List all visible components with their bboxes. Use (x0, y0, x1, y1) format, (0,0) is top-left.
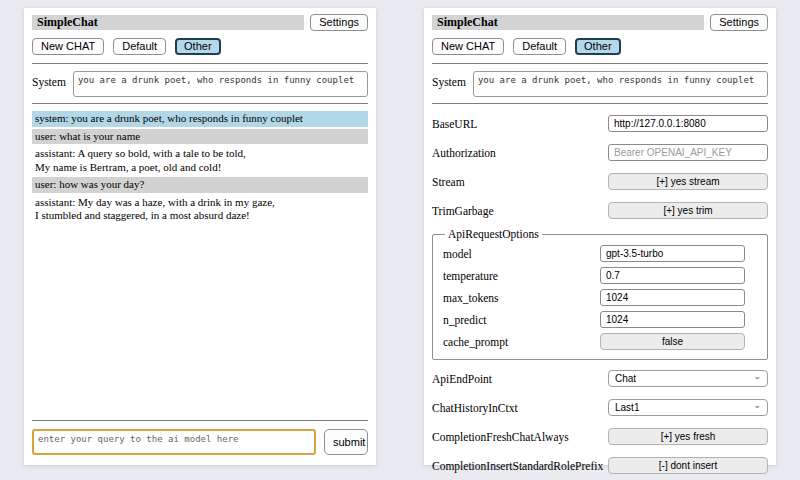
setting-label: Stream (432, 176, 465, 188)
setting-row-max-tokens: max_tokens (443, 289, 745, 306)
settings-button[interactable]: Settings (310, 14, 368, 31)
divider (32, 103, 368, 104)
submit-button[interactable]: submit (324, 429, 368, 455)
setting-label: n_predict (443, 314, 486, 326)
session-default-button[interactable]: Default (513, 38, 566, 55)
stream-toggle-button[interactable]: [+] yes stream (608, 173, 768, 190)
chat-header: SimpleChat Settings (32, 14, 368, 31)
system-prompt-input[interactable]: you are a drunk poet, who responds in fu… (73, 71, 368, 97)
settings-panel: SimpleChat Settings New CHAT Default Oth… (424, 8, 776, 465)
system-prompt-row: System you are a drunk poet, who respond… (32, 71, 368, 97)
temperature-input[interactable] (600, 267, 745, 284)
setting-row-temperature: temperature (443, 267, 745, 284)
system-prompt-input[interactable]: you are a drunk poet, who responds in fu… (473, 71, 768, 97)
chat-panel: SimpleChat Settings New CHAT Default Oth… (24, 8, 376, 465)
system-label: System (32, 71, 66, 88)
api-endpoint-select[interactable]: Chat ⌄ (608, 370, 768, 387)
settings-header: SimpleChat Settings (432, 14, 768, 31)
chat-message-assistant: assistant: My day was a haze, with a dri… (32, 195, 368, 224)
setting-label: ApiEndPoint (432, 373, 492, 385)
query-row: submit (32, 429, 368, 455)
session-row: New CHAT Default Other (32, 38, 368, 55)
setting-row-baseurl: BaseURL (432, 115, 768, 132)
setting-row-api-endpoint: ApiEndPoint Chat ⌄ (432, 370, 768, 387)
completion-fresh-chat-always-toggle-button[interactable]: [+] yes fresh (608, 428, 768, 445)
setting-row-completion-insert-standard-role-prefix: CompletionInsertStandardRolePrefix [-] d… (432, 457, 768, 474)
settings-button[interactable]: Settings (710, 14, 768, 31)
setting-label: CompletionInsertStandardRolePrefix (432, 460, 603, 472)
system-label: System (432, 71, 466, 88)
n-predict-input[interactable] (600, 311, 745, 328)
setting-row-cache-prompt: cache_prompt false (443, 333, 745, 350)
divider (432, 63, 768, 64)
page: SimpleChat Settings New CHAT Default Oth… (0, 0, 800, 473)
setting-row-trimgarbage: TrimGarbage [+] yes trim (432, 202, 768, 219)
setting-label: TrimGarbage (432, 205, 494, 217)
setting-label: max_tokens (443, 292, 499, 304)
chat-message-system: system: you are a drunk poet, who respon… (32, 111, 368, 127)
setting-row-authorization: Authorization (432, 144, 768, 161)
chevron-down-icon: ⌄ (753, 372, 761, 381)
session-other-button[interactable]: Other (175, 38, 221, 55)
setting-row-completion-fresh-chat-always: CompletionFreshChatAlways [+] yes fresh (432, 428, 768, 445)
session-other-button[interactable]: Other (575, 38, 621, 55)
completion-insert-standard-role-prefix-toggle-button[interactable]: [-] dont insert (608, 457, 768, 474)
setting-row-chat-history-in-ctxt: ChatHistoryInCtxt Last1 ⌄ (432, 399, 768, 416)
api-request-options-fieldset: ApiRequestOptions model temperature max_… (432, 228, 768, 360)
baseurl-input[interactable] (608, 115, 768, 132)
new-chat-button[interactable]: New CHAT (432, 38, 504, 55)
chat-history-in-ctxt-select[interactable]: Last1 ⌄ (608, 399, 768, 416)
trimgarbage-toggle-button[interactable]: [+] yes trim (608, 202, 768, 219)
setting-label: Authorization (432, 147, 496, 159)
setting-label: model (443, 248, 472, 260)
model-input[interactable] (600, 245, 745, 262)
system-prompt-row: System you are a drunk poet, who respond… (432, 71, 768, 97)
spacer (32, 226, 368, 416)
divider (32, 420, 368, 421)
setting-label: temperature (443, 270, 498, 282)
max-tokens-input[interactable] (600, 289, 745, 306)
setting-label: ChatHistoryInCtxt (432, 402, 518, 414)
app-title: SimpleChat (432, 15, 704, 30)
setting-label: BaseURL (432, 118, 477, 130)
chevron-down-icon: ⌄ (753, 401, 761, 410)
cache-prompt-toggle-button[interactable]: false (600, 333, 745, 350)
authorization-input[interactable] (608, 144, 768, 161)
setting-row-model: model (443, 245, 745, 262)
setting-row-n-predict: n_predict (443, 311, 745, 328)
new-chat-button[interactable]: New CHAT (32, 38, 104, 55)
session-row: New CHAT Default Other (432, 38, 768, 55)
chat-message-assistant: assistant: A query so bold, with a tale … (32, 146, 368, 175)
query-input[interactable] (32, 429, 316, 455)
chat-message-user: user: what is your name (32, 129, 368, 145)
selected-value: Chat (615, 373, 636, 384)
api-request-options-legend: ApiRequestOptions (445, 228, 542, 240)
setting-row-stream: Stream [+] yes stream (432, 173, 768, 190)
chat-message-list: system: you are a drunk poet, who respon… (32, 111, 368, 226)
setting-label: CompletionFreshChatAlways (432, 431, 569, 443)
divider (432, 103, 768, 104)
app-title: SimpleChat (32, 15, 304, 30)
session-default-button[interactable]: Default (113, 38, 166, 55)
divider (32, 63, 368, 64)
selected-value: Last1 (615, 402, 639, 413)
setting-label: cache_prompt (443, 336, 508, 348)
chat-message-user: user: how was your day? (32, 177, 368, 193)
